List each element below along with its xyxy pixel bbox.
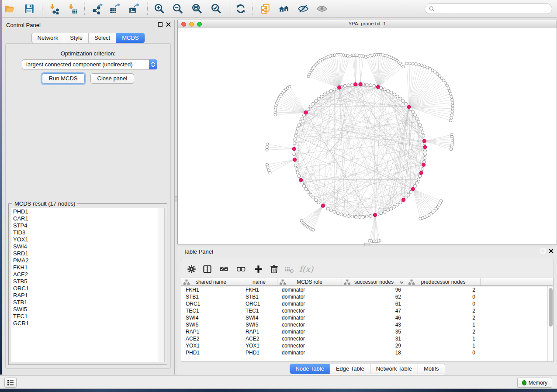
network-node[interactable] (311, 102, 315, 105)
mcds-result-list[interactable]: PHD1CAR1STP4TID3YOX1SWI4SRD1PMA2FKH1ACE2… (11, 208, 165, 362)
network-node[interactable] (380, 212, 383, 215)
network-node[interactable] (417, 63, 420, 66)
show-all-icon[interactable] (315, 1, 329, 16)
table-cell[interactable]: SWI4 (241, 314, 277, 321)
table-row[interactable]: SWI5SWI5connector431 (181, 321, 547, 328)
table-cell[interactable]: 2 (406, 307, 481, 314)
network-node[interactable] (347, 84, 350, 87)
network-node[interactable] (412, 62, 414, 65)
network-node[interactable] (293, 153, 296, 156)
close-panel-button[interactable]: Close panel (90, 73, 135, 84)
table-cell[interactable]: FKH1 (241, 286, 277, 293)
table-row[interactable]: FKH1FKH1dominator962 (181, 286, 547, 293)
network-node[interactable] (317, 201, 320, 204)
tab-node-table[interactable]: Node Table (290, 364, 330, 374)
network-node[interactable] (451, 104, 454, 107)
table-cell[interactable]: 1 (406, 335, 481, 342)
table-scrollbar[interactable] (547, 286, 553, 361)
network-node[interactable] (333, 88, 336, 91)
network-node[interactable] (436, 72, 439, 75)
network-node[interactable] (300, 219, 303, 222)
network-node[interactable] (434, 71, 436, 73)
network-node[interactable] (449, 93, 452, 95)
network-node[interactable] (309, 105, 312, 108)
table-cell[interactable]: YOX1 (181, 342, 241, 349)
select-all-icon[interactable] (216, 261, 231, 276)
float-panel-icon[interactable] (158, 22, 163, 27)
network-node[interactable] (326, 91, 329, 94)
network-node[interactable] (326, 207, 329, 210)
network-node[interactable] (295, 131, 298, 134)
tab-select[interactable]: Select (88, 33, 116, 43)
table-cell[interactable]: 47 (342, 307, 406, 314)
network-node[interactable] (451, 107, 454, 110)
horizontal-splitter[interactable] (364, 243, 370, 246)
table-cell[interactable]: dominator (277, 293, 342, 300)
network-node[interactable] (266, 166, 269, 168)
network-node[interactable] (415, 181, 419, 184)
table-cell[interactable]: dominator (277, 328, 342, 335)
table-cell[interactable]: TEC1 (241, 307, 277, 314)
table-scrollbar-thumb[interactable] (549, 288, 553, 327)
network-node[interactable] (424, 149, 427, 152)
network-node[interactable] (307, 190, 310, 193)
table-cell[interactable]: 1 (406, 342, 481, 349)
table-cell[interactable]: 46 (342, 314, 406, 321)
network-node[interactable] (266, 143, 269, 145)
column-header-MCDS-role[interactable]: MCDS role (277, 278, 342, 285)
network-node[interactable] (421, 131, 424, 134)
network-node[interactable] (369, 84, 372, 87)
network-node[interactable] (294, 164, 297, 167)
mcds-hub-node[interactable] (422, 139, 426, 143)
run-mcds-button[interactable]: Run MCDS (42, 73, 85, 84)
network-node[interactable] (358, 216, 361, 219)
result-node[interactable]: TEC1 (11, 313, 164, 320)
table-cell[interactable]: dominator (277, 286, 342, 293)
network-node[interactable] (402, 65, 405, 68)
export-table-icon[interactable] (107, 1, 122, 16)
network-node[interactable] (419, 175, 422, 178)
network-node[interactable] (448, 89, 451, 92)
tab-motifs[interactable]: Motifs (418, 364, 445, 374)
tab-network-table[interactable]: Network Table (370, 364, 418, 374)
zoom-in-icon[interactable] (152, 1, 167, 16)
network-node[interactable] (414, 114, 417, 117)
network-node[interactable] (343, 214, 346, 217)
network-node[interactable] (396, 203, 399, 206)
table-cell[interactable]: 0 (406, 300, 481, 307)
network-node[interactable] (296, 171, 299, 174)
network-node[interactable] (365, 83, 368, 86)
table-cell[interactable]: 0 (406, 293, 481, 300)
table-cell[interactable]: 2 (406, 314, 481, 321)
network-node[interactable] (399, 201, 402, 204)
network-node[interactable] (405, 62, 408, 65)
network-node[interactable] (417, 178, 420, 181)
mcds-hub-node[interactable] (373, 213, 377, 217)
network-node[interactable] (451, 101, 453, 104)
minimize-window-icon[interactable] (189, 22, 194, 27)
network-node[interactable] (444, 82, 446, 84)
settings-icon[interactable] (184, 261, 199, 276)
import-network-icon[interactable] (46, 1, 61, 16)
table-cell[interactable]: RAP1 (181, 328, 241, 335)
zoom-out-icon[interactable] (170, 1, 185, 16)
result-node[interactable]: STB1 (11, 299, 164, 306)
table-cell[interactable]: STB1 (181, 293, 241, 300)
table-cell[interactable]: ORC1 (241, 300, 277, 307)
search-input[interactable] (437, 6, 552, 12)
tab-edge-table[interactable]: Edge Table (330, 364, 370, 374)
network-node[interactable] (323, 93, 326, 96)
table-cell[interactable]: SWI5 (241, 321, 277, 328)
table-cell[interactable]: 35 (342, 328, 406, 335)
table-cell[interactable]: 62 (342, 293, 406, 300)
save-icon[interactable] (22, 1, 37, 16)
network-node[interactable] (419, 124, 422, 127)
network-node[interactable] (307, 108, 310, 111)
network-node[interactable] (426, 66, 429, 69)
network-node[interactable] (390, 91, 393, 94)
network-node[interactable] (420, 64, 423, 66)
mcds-hub-node[interactable] (411, 187, 415, 191)
table-cell[interactable]: connector (277, 307, 342, 314)
table-cell[interactable]: YOX1 (241, 342, 277, 349)
result-node[interactable]: ORC1 (11, 285, 164, 292)
